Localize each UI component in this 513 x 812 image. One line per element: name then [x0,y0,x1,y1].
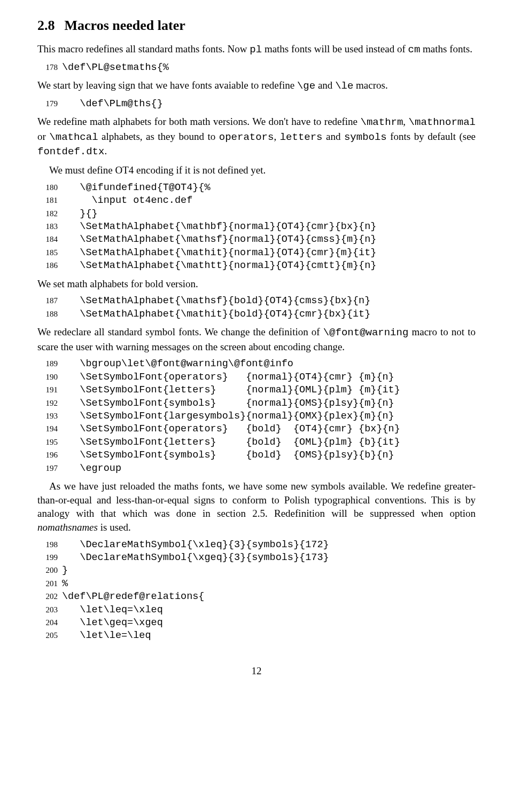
code-block-4: 187 \SetMathAlphabet{\mathsf}{bold}{OT4}… [37,295,476,321]
code-block-3: 180 \@ifundefined{T@OT4}{%181 \input ot4… [37,182,476,273]
code-text: \SetMathAlphabet{\mathbf}{normal}{OT4}{c… [62,220,376,233]
code-text: \DeclareMathSymbol{\xgeq}{3}{symbols}{17… [62,551,329,564]
line-number: 189 [37,359,58,369]
line-number: 186 [37,261,58,271]
code-line: 183 \SetMathAlphabet{\mathbf}{normal}{OT… [37,220,476,233]
code-line: 202\def\PL@redef@relations{ [37,590,476,603]
code-line: 179 \def\PLm@ths{} [37,98,476,111]
paragraph-3: We redefine math alphabets for both math… [37,115,476,159]
code-text: \def\PL@setmaths{% [62,61,169,74]
code-line: 178\def\PL@setmaths{% [37,61,476,74]
section-heading: 2.8Macros needed later [37,16,476,35]
code-text: \def\PLm@ths{} [62,98,163,111]
code-line: 195 \SetSymbolFont{letters} {bold} {OML}… [37,436,476,449]
code-text: }{} [62,208,98,220]
code-text: \SetSymbolFont{symbols} {normal}{OMS}{pl… [62,397,394,410]
code-line: 189 \bgroup\let\@font@warning\@font@info [37,358,476,370]
line-number: 203 [37,605,58,616]
code-text: \SetSymbolFont{largesymbols}{normal}{OMX… [62,410,394,423]
code-line: 196 \SetSymbolFont{symbols} {bold} {OMS}… [37,449,476,462]
line-number: 181 [37,195,58,206]
code-line: 205 \let\le=\leq [37,629,476,642]
line-number: 196 [37,450,58,461]
code-line: 190 \SetSymbolFont{operators} {normal}{O… [37,371,476,384]
paragraph-2: We start by leaving sign that we have fo… [37,78,476,93]
code-text: \let\leq=\xleq [62,604,163,617]
code-text: \SetMathAlphabet{\mathit}{bold}{OT4}{cmr… [62,308,370,321]
paragraph-4: We must define OT4 encoding if it is not… [37,163,476,177]
code-line: 200} [37,564,476,577]
code-line: 188 \SetMathAlphabet{\mathit}{bold}{OT4}… [37,308,476,321]
line-number: 192 [37,398,58,409]
line-number: 202 [37,592,58,602]
code-text: \DeclareMathSymbol{\xleq}{3}{symbols}{17… [62,539,329,551]
code-line: 187 \SetMathAlphabet{\mathsf}{bold}{OT4}… [37,295,476,308]
code-text: \@ifundefined{T@OT4}{% [62,182,211,194]
code-line: 192 \SetSymbolFont{symbols} {normal}{OMS… [37,397,476,410]
code-line: 181 \input ot4enc.def [37,194,476,207]
code-line: 185 \SetMathAlphabet{\mathit}{normal}{OT… [37,247,476,259]
line-number: 191 [37,385,58,396]
code-text: \let\le=\leq [62,629,151,642]
line-number: 178 [37,62,58,73]
code-line: 182 }{} [37,208,476,220]
code-line: 191 \SetSymbolFont{letters} {normal}{OML… [37,384,476,397]
code-block-1: 178\def\PL@setmaths{% [37,61,476,74]
line-number: 182 [37,209,58,219]
line-number: 199 [37,553,58,563]
code-text: \def\PL@redef@relations{ [62,590,204,603]
page-number: 12 [37,664,476,678]
code-text: \egroup [62,462,121,475]
line-number: 205 [37,630,58,641]
code-text: \SetSymbolFont{letters} {normal}{OML}{pl… [62,384,400,397]
line-number: 185 [37,248,58,258]
line-number: 179 [37,99,58,109]
line-number: 200 [37,565,58,576]
line-number: 193 [37,411,58,422]
code-text: \SetSymbolFont{operators} {bold} {OT4}{c… [62,423,400,436]
code-block-2: 179 \def\PLm@ths{} [37,98,476,111]
code-line: 201% [37,578,476,590]
code-text: \SetSymbolFont{letters} {bold} {OML}{plm… [62,436,400,449]
code-block-6: 198 \DeclareMathSymbol{\xleq}{3}{symbols… [37,539,476,643]
line-number: 188 [37,309,58,320]
code-text: \SetSymbolFont{operators} {normal}{OT4}{… [62,371,394,384]
code-text: \input ot4enc.def [62,194,192,207]
line-number: 194 [37,424,58,435]
code-line: 194 \SetSymbolFont{operators} {bold} {OT… [37,423,476,436]
code-line: 197 \egroup [37,462,476,475]
line-number: 201 [37,579,58,589]
line-number: 180 [37,183,58,193]
code-line: 199 \DeclareMathSymbol{\xgeq}{3}{symbols… [37,551,476,564]
section-number: 2.8 [37,18,55,33]
line-number: 190 [37,372,58,383]
code-text: \SetMathAlphabet{\mathsf}{normal}{OT4}{c… [62,233,376,246]
paragraph-intro: This macro redefines all standard maths … [37,42,476,57]
paragraph-5: We set math alphabets for bold version. [37,277,476,291]
line-number: 204 [37,618,58,628]
line-number: 183 [37,222,58,232]
paragraph-6: We redeclare all standard symbol fonts. … [37,325,476,353]
line-number: 195 [37,437,58,448]
code-line: 193 \SetSymbolFont{largesymbols}{normal}… [37,410,476,423]
code-text: \SetSymbolFont{symbols} {bold} {OMS}{pls… [62,449,394,462]
line-number: 184 [37,234,58,245]
paragraph-7: As we have just reloaded the maths fonts… [37,479,476,534]
code-line: 204 \let\geq=\xgeq [37,617,476,629]
code-line: 184 \SetMathAlphabet{\mathsf}{normal}{OT… [37,233,476,246]
line-number: 198 [37,540,58,550]
code-line: 198 \DeclareMathSymbol{\xleq}{3}{symbols… [37,539,476,551]
code-line: 203 \let\leq=\xleq [37,604,476,617]
code-text: \let\geq=\xgeq [62,617,163,629]
code-text: \bgroup\let\@font@warning\@font@info [62,358,293,370]
code-line: 180 \@ifundefined{T@OT4}{% [37,182,476,194]
code-text: \SetMathAlphabet{\mathit}{normal}{OT4}{c… [62,247,376,259]
code-text: \SetMathAlphabet{\mathsf}{bold}{OT4}{cms… [62,295,370,308]
code-block-5: 189 \bgroup\let\@font@warning\@font@info… [37,358,476,475]
section-title: Macros needed later [65,18,185,33]
code-line: 186 \SetMathAlphabet{\mathtt}{normal}{OT… [37,259,476,272]
code-text: \SetMathAlphabet{\mathtt}{normal}{OT4}{c… [62,259,376,272]
line-number: 187 [37,296,58,306]
code-text: } [62,564,68,577]
code-text: % [62,578,68,590]
